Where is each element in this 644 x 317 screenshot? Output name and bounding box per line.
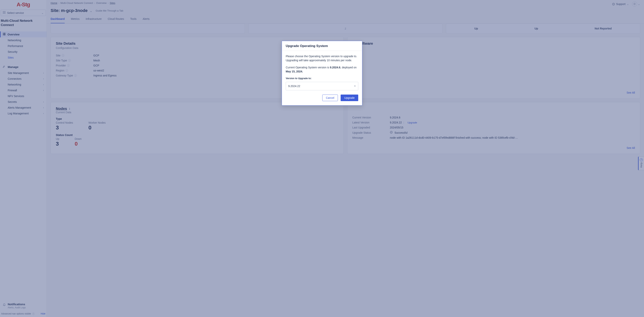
modal-current-version: Current Operating System version is 9.20… xyxy=(286,66,358,74)
modal-description: Please choose the Operating System versi… xyxy=(286,54,358,62)
cancel-button[interactable]: Cancel xyxy=(322,95,338,101)
upgrade-button[interactable]: Upgrade xyxy=(341,95,358,101)
modal-title: Upgrade Operating System xyxy=(282,41,362,51)
version-input[interactable] xyxy=(288,85,354,88)
version-select[interactable]: × xyxy=(286,82,358,90)
clear-icon[interactable]: × xyxy=(354,84,356,88)
upgrade-os-modal: Upgrade Operating System Please choose t… xyxy=(282,41,362,106)
version-field-label: Version to Upgrade to: xyxy=(286,77,358,80)
